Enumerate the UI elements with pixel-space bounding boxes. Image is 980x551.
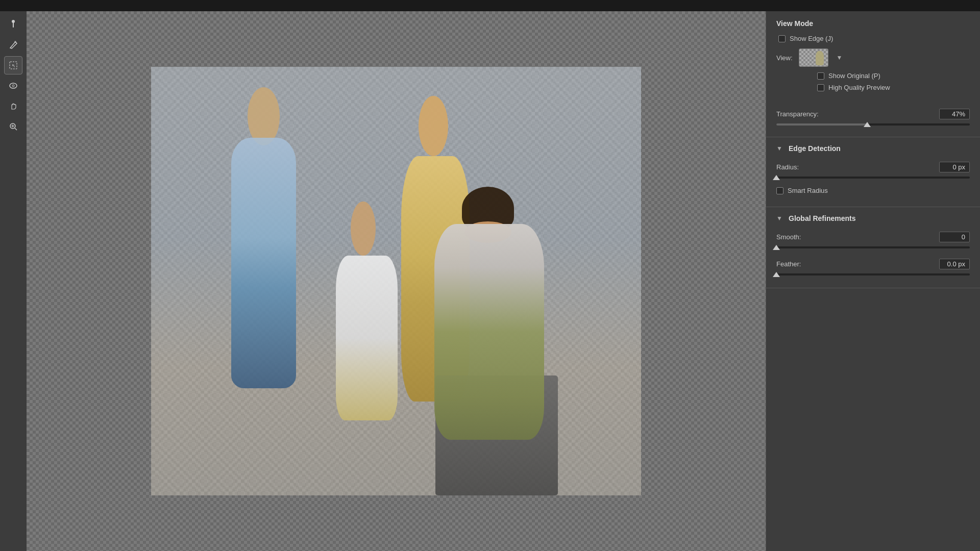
transparency-label: Transparency: (776, 110, 819, 118)
svg-point-5 (12, 85, 14, 87)
view-dropdown-arrow[interactable]: ▼ (835, 53, 845, 63)
show-edge-checkbox[interactable] (778, 35, 786, 42)
feather-slider[interactable] (776, 273, 970, 276)
feather-value: 0.0 px (939, 259, 970, 269)
person-left-head (248, 87, 280, 145)
view-row: View: ▼ (776, 48, 970, 67)
svg-line-7 (15, 128, 17, 130)
top-bar (0, 0, 980, 11)
show-edge-label: Show Edge (J) (790, 35, 833, 42)
radius-value: 0 px (939, 162, 970, 172)
radius-thumb[interactable] (773, 175, 780, 180)
photoshop-canvas (151, 67, 641, 495)
smooth-thumb[interactable] (773, 245, 780, 250)
smart-radius-checkbox[interactable] (776, 187, 783, 194)
high-quality-label: High Quality Preview (828, 84, 890, 91)
radius-header: Radius: 0 px (776, 162, 970, 172)
transparency-fill (776, 123, 867, 126)
global-refinements-content: Smooth: 0 Feather: 0.0 px (766, 228, 980, 288)
view-mode-section: View Mode Show Edge (J) View: ▼ Show Ori… (766, 11, 980, 102)
zoom-tool-btn[interactable] (4, 117, 22, 136)
person-left (210, 80, 317, 465)
global-refinements-title: Global Refinements (789, 214, 855, 222)
show-original-label: Show Original (P) (828, 72, 880, 80)
svg-rect-1 (13, 22, 14, 28)
transparency-header: Transparency: 47% (776, 109, 970, 119)
selection-tool-btn[interactable] (4, 56, 22, 74)
main-content: View Mode Show Edge (J) View: ▼ Show Ori… (0, 11, 980, 551)
edge-detection-collapse-icon: ▼ (776, 145, 785, 152)
svg-point-4 (10, 83, 17, 88)
show-original-checkbox[interactable] (817, 72, 824, 80)
transparency-thumb[interactable] (864, 122, 871, 127)
canvas-area (27, 11, 766, 551)
show-original-row: Show Original (P) (776, 72, 970, 80)
person-main-body (434, 224, 544, 440)
person-main (421, 187, 558, 495)
canvas-image-area (27, 11, 766, 551)
smart-radius-row: Smart Radius (776, 187, 970, 194)
smart-radius-label: Smart Radius (788, 187, 828, 194)
global-refinements-header[interactable]: ▼ Global Refinements (766, 207, 980, 228)
high-quality-row: High Quality Preview (776, 84, 970, 91)
scene (151, 67, 641, 495)
hand-tool-btn[interactable] (4, 97, 22, 115)
smooth-header: Smooth: 0 (776, 232, 970, 242)
global-refinements-collapse-icon: ▼ (776, 215, 785, 222)
edge-detection-header[interactable]: ▼ Edge Detection (766, 137, 980, 158)
view-thumbnail-button[interactable] (799, 48, 828, 67)
high-quality-checkbox[interactable] (817, 84, 824, 91)
pen-tool-btn[interactable] (4, 36, 22, 54)
smooth-label: Smooth: (776, 233, 801, 241)
transparency-slider[interactable] (776, 123, 970, 126)
smooth-slider[interactable] (776, 246, 970, 248)
transparency-section: Transparency: 47% (766, 102, 980, 137)
feather-header: Feather: 0.0 px (776, 259, 970, 269)
right-panel: View Mode Show Edge (J) View: ▼ Show Ori… (766, 11, 980, 551)
lasso-tool-btn[interactable] (4, 77, 22, 95)
person-seated-left-head (351, 202, 375, 256)
transparency-value: 47% (939, 109, 970, 119)
view-label: View: (776, 54, 793, 62)
edge-detection-content: Radius: 0 px Smart Radius (766, 158, 980, 207)
left-toolbar (0, 11, 27, 551)
thumbnail-person (816, 51, 824, 65)
radius-label: Radius: (776, 163, 799, 171)
svg-point-2 (14, 41, 16, 43)
brush-tool-btn[interactable] (4, 15, 22, 34)
smooth-value: 0 (939, 232, 970, 242)
feather-thumb[interactable] (773, 272, 780, 277)
show-edge-row: Show Edge (J) (776, 35, 970, 42)
radius-slider[interactable] (776, 177, 970, 179)
person-center-head (419, 96, 448, 156)
edge-detection-title: Edge Detection (789, 144, 841, 153)
view-mode-title: View Mode (776, 19, 970, 28)
person-left-body (231, 138, 296, 388)
feather-label: Feather: (776, 260, 801, 268)
